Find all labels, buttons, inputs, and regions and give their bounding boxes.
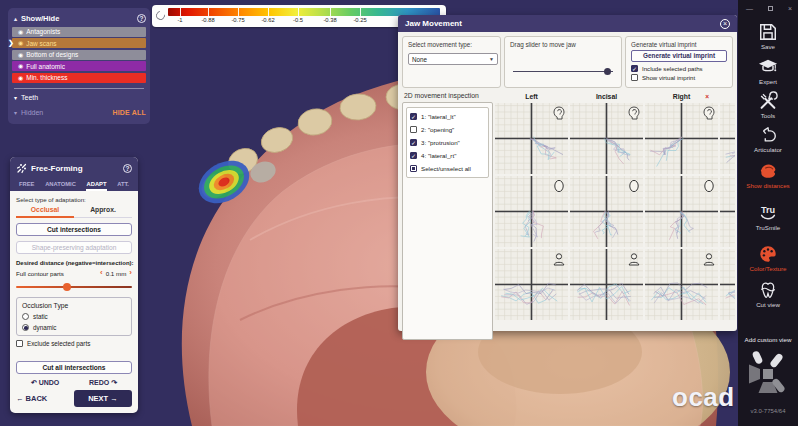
occlusion-radio-dynamic[interactable]: dynamic xyxy=(22,324,126,331)
movement-plot-cell[interactable] xyxy=(570,176,643,247)
movement-type-select[interactable]: None ▼ xyxy=(408,53,498,65)
eye-icon[interactable]: ◉ xyxy=(18,75,23,81)
movement-plot-cell[interactable] xyxy=(570,249,643,320)
eye-icon[interactable]: ◉ xyxy=(18,29,23,35)
inspection-item-1-lateral-lt-[interactable]: ✓1: "lateral_lt" xyxy=(410,111,485,121)
checkbox-icon[interactable]: ✓ xyxy=(631,65,638,72)
hide-all-button[interactable]: HIDE ALL xyxy=(112,109,146,116)
colorbar-tick xyxy=(238,8,239,16)
grid-column-header-clipped xyxy=(720,93,735,102)
occlusion-radio-static[interactable]: static xyxy=(22,313,126,320)
checkbox-icon[interactable]: ✓ xyxy=(410,139,417,146)
cut-intersections-button[interactable]: Cut intersections xyxy=(16,223,132,236)
color-texture-icon xyxy=(738,244,798,264)
eye-icon[interactable]: ◉ xyxy=(18,52,23,58)
toolbar-item-expert[interactable]: Expert xyxy=(738,57,798,85)
jaw-slider-label: Drag slider to move jaw xyxy=(510,41,616,48)
help-icon[interactable]: ? xyxy=(137,14,146,23)
inspection-item-select-unselect-all[interactable]: Select/unselect all xyxy=(410,163,485,173)
shape-preserving-button[interactable]: Shape-preserving adaptation xyxy=(16,241,132,254)
checkbox-icon[interactable] xyxy=(16,340,23,347)
inspection-item-2-opening-[interactable]: 2: "opening" xyxy=(410,124,485,134)
inspection-item-label: 1: "lateral_lt" xyxy=(421,113,456,120)
eye-icon[interactable]: ◉ xyxy=(18,63,23,69)
cut-all-intersections-button[interactable]: Cut all intersections xyxy=(16,361,132,374)
toolbar-item-trusmile[interactable]: TruTruSmile xyxy=(738,203,798,231)
close-icon[interactable]: × xyxy=(720,19,730,29)
movement-plot-cell[interactable] xyxy=(645,103,718,174)
decrease-distance-icon[interactable]: ‹ xyxy=(100,269,103,277)
toolbar-item-color-texture[interactable]: Color/Texture xyxy=(738,244,798,272)
jaw-slider-knob[interactable] xyxy=(604,68,611,75)
checkbox-icon[interactable] xyxy=(410,126,417,133)
distance-slider[interactable] xyxy=(16,283,132,291)
adaptation-tab-approx[interactable]: Approx. xyxy=(74,206,132,218)
next-button[interactable]: NEXT → xyxy=(74,390,132,407)
checkbox-icon[interactable] xyxy=(410,165,417,172)
restore-button[interactable] xyxy=(768,6,773,11)
eye-icon[interactable]: ◉ xyxy=(18,40,23,46)
show-hide-header[interactable]: ▴ Show/Hide ? xyxy=(12,12,146,25)
colorbar-settings-icon[interactable] xyxy=(154,9,167,22)
trusmile-icon: Tru xyxy=(738,203,798,223)
svg-text:Tru: Tru xyxy=(761,205,775,215)
increase-distance-icon[interactable]: › xyxy=(129,269,132,277)
toolbar-item-articulator[interactable]: Articulator xyxy=(738,125,798,153)
show-hide-group-hidden[interactable]: ▾HiddenHIDE ALL xyxy=(12,106,146,119)
checkbox-icon[interactable]: ✓ xyxy=(410,152,417,159)
view-navigation-cluster[interactable] xyxy=(742,348,794,400)
tab-anatomic[interactable]: ANATOMIC xyxy=(44,179,77,191)
show-hide-group-teeth[interactable]: ▾Teeth xyxy=(12,91,146,104)
show-hide-item-bottom-of-designs[interactable]: ◉Bottom of designs xyxy=(12,50,146,60)
dialog-titlebar[interactable]: Jaw Movement × xyxy=(398,15,737,32)
inspection-item-3-protrusion-[interactable]: ✓3: "protrusion" xyxy=(410,137,485,147)
tab-att[interactable]: ATT. xyxy=(116,179,130,191)
add-custom-view-label[interactable]: Add custom view xyxy=(738,336,798,343)
movement-plot-cell[interactable] xyxy=(495,176,568,247)
movement-plot-cell[interactable] xyxy=(720,103,735,174)
movement-plot-cell[interactable] xyxy=(495,103,568,174)
radio-icon[interactable] xyxy=(22,313,29,320)
tools-icon xyxy=(738,91,798,111)
movement-plot-cell[interactable] xyxy=(720,249,735,320)
redo-button[interactable]: REDO ↷ xyxy=(89,379,117,387)
toolbar-item-cut-view[interactable]: Cut view xyxy=(738,280,798,308)
minimize-button[interactable]: — xyxy=(746,5,753,12)
radio-icon[interactable] xyxy=(22,324,29,331)
adaptation-tab-occlusal[interactable]: Occlusal xyxy=(16,206,74,218)
movement-plot-cell[interactable] xyxy=(645,176,718,247)
ear-icon xyxy=(628,106,640,120)
toolbar-item-save[interactable]: Save xyxy=(738,22,798,50)
distance-slider-knob[interactable] xyxy=(63,283,71,291)
grid-column-header-right: Right xyxy=(645,93,718,102)
contour-parts-label: Full contour parts xyxy=(16,270,64,277)
undo-button[interactable]: ↶ UNDO xyxy=(31,379,59,387)
virtual-imprint-section: Generate virtual imprint Generate virtua… xyxy=(625,36,733,88)
back-button[interactable]: ← BACK xyxy=(16,394,47,403)
checkbox-icon[interactable]: ✓ xyxy=(410,113,417,120)
colorbar-label: -0.75 xyxy=(231,17,244,23)
movement-plot-cell[interactable] xyxy=(645,249,718,320)
inspection-item-4-lateral-rt-[interactable]: ✓4: "lateral_rt" xyxy=(410,150,485,160)
jaw-movement-slider[interactable] xyxy=(513,67,613,75)
tab-free[interactable]: FREE xyxy=(18,179,35,191)
tab-adapt[interactable]: ADAPT xyxy=(86,179,108,191)
window-close-button[interactable]: × xyxy=(788,5,792,12)
imprint-checkbox-show-virtual-imprint[interactable]: Show virtual imprint xyxy=(631,74,727,81)
show-hide-item-min-thickness[interactable]: ◉Min. thickness xyxy=(12,73,146,83)
show-hide-item-full-anatomic[interactable]: ◉Full anatomic xyxy=(12,61,146,71)
checkbox-icon[interactable] xyxy=(631,74,638,81)
toolbar-item-show-distances[interactable]: Show distances xyxy=(738,161,798,189)
movement-plot-cell[interactable] xyxy=(495,249,568,320)
help-icon[interactable]: ? xyxy=(123,164,132,173)
exclude-selected-parts-checkbox[interactable]: Exclude selected parts xyxy=(16,340,132,347)
generate-virtual-imprint-button[interactable]: Generate virtual imprint xyxy=(631,50,727,62)
show-hide-item-jaw-scans[interactable]: ❯◉Jaw scans xyxy=(12,38,146,48)
toolbar-item-tools[interactable]: Tools xyxy=(738,91,798,119)
imprint-checkbox-include-selected-paths[interactable]: ✓Include selected paths xyxy=(631,65,727,72)
movement-plot-cell[interactable] xyxy=(570,103,643,174)
group-label: Teeth xyxy=(21,94,38,101)
colorbar-tick xyxy=(298,8,299,16)
show-hide-item-antagonists[interactable]: ◉Antagonists xyxy=(12,27,146,37)
movement-plot-cell[interactable] xyxy=(720,176,735,247)
